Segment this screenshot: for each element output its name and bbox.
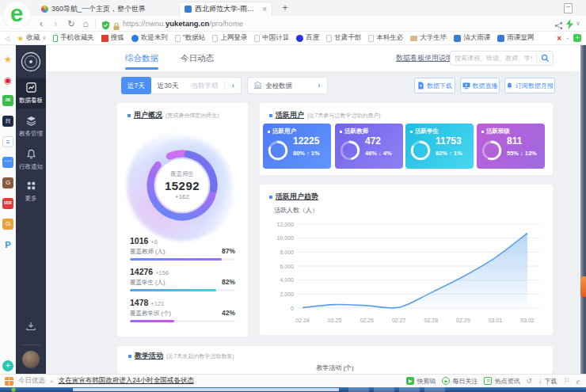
bookmark-mobile-favorites[interactable]: 手机收藏夹	[53, 33, 94, 43]
gift-icon[interactable]	[5, 377, 13, 386]
accelerator-bolt-icon[interactable]	[566, 18, 573, 32]
stat-covered-students: 14276+156 覆盖学生 (人)82%	[130, 267, 235, 291]
active-classes-tile: 活跃班级 811 55%↓13%	[477, 124, 545, 169]
minimize-icon[interactable]: -	[566, 34, 569, 42]
favorites-star-icon[interactable]: ★	[2, 54, 13, 65]
subscribe-monthly-report-button[interactable]: 订阅数据月报	[504, 78, 555, 93]
page-icon	[254, 35, 260, 42]
bookmark-china-computing[interactable]: 中国计算	[254, 33, 289, 43]
bookmark-login[interactable]: 上网登录	[212, 33, 247, 43]
taskbar-app-button[interactable]	[348, 387, 369, 392]
tab-today-activity[interactable]: 今日动态	[181, 45, 214, 71]
donut-label: 覆盖师生	[170, 170, 194, 178]
section-title-active-users: 活跃用户 (近7天参与过教学活动的用户)	[269, 110, 381, 120]
daily-follow-tool[interactable]: ▶每日关注	[442, 377, 478, 386]
svg-text:02.27: 02.27	[392, 318, 406, 323]
new-tab-button[interactable]: +	[279, 2, 291, 14]
add-app-icon[interactable]: +	[2, 360, 13, 371]
chevron-right-icon[interactable]: ›	[225, 82, 241, 89]
bookmark-baidu[interactable]: 百度	[296, 33, 319, 43]
dashboard-help-link[interactable]: 数据看板使用说明	[396, 45, 453, 71]
tile-bullet	[268, 131, 270, 133]
page-icon	[326, 35, 332, 42]
taskbar-app-button[interactable]	[424, 387, 445, 392]
download-arrow-icon: ↓	[538, 377, 542, 385]
browser-tab-bar: e 360导航_一个主页，整个世界 西北师范大学-雨课堂 × +	[0, 0, 586, 16]
section-title-trend: 活跃用户趋势	[269, 192, 318, 202]
search-icon[interactable]	[537, 54, 553, 63]
yuketang-icon	[497, 35, 504, 42]
daily-pick-label[interactable]: 今日优选	[18, 376, 45, 386]
chevron-right-icon[interactable]: ›	[311, 82, 327, 89]
data-live-button[interactable]: 数据直播	[460, 78, 500, 93]
chat-app-icon[interactable]: ⋯	[2, 157, 13, 168]
forward-icon[interactable]: ›	[49, 16, 62, 32]
game-app-icon-2[interactable]: G	[2, 219, 13, 230]
hot-news-tool[interactable]: ≡热点资讯	[484, 377, 519, 386]
bookmark-data-site[interactable]: "数据站	[175, 33, 206, 43]
downloads-button[interactable]: ↓下载	[538, 377, 557, 386]
progress-fill	[130, 320, 174, 322]
floating-widget-icon[interactable]	[580, 276, 586, 297]
home-icon[interactable]: ⌂	[79, 16, 92, 32]
start-button[interactable]	[11, 387, 16, 392]
data-download-button[interactable]: 数据下载	[414, 78, 455, 93]
extension-icon[interactable]: +	[573, 34, 581, 42]
search-input[interactable]	[451, 55, 536, 62]
sidebar-item-dashboard[interactable]: 数据看板	[16, 78, 46, 108]
browser-tab-yuketang[interactable]: 西北师范大学-雨课堂 ×	[179, 2, 272, 16]
progress-track	[130, 320, 235, 322]
browser-side-toolbar: ★ ◉ ✉ 日 ≡ ⋯ G HDR G P +	[0, 45, 16, 374]
list-icon: ≡	[484, 377, 492, 385]
sidebar-item-more[interactable]: 更多	[16, 177, 46, 207]
bookmarks-collapse-icon[interactable]: ◁	[5, 35, 10, 42]
tab-close-icon[interactable]: ×	[262, 5, 267, 13]
bookmark-tsinghua-rain[interactable]: 清大雨课	[454, 33, 490, 43]
svg-text:02.24: 02.24	[295, 318, 310, 323]
tile-bullet	[481, 131, 484, 133]
ie-mode-icon[interactable]: e	[576, 377, 580, 386]
taskbar-app-button[interactable]	[399, 387, 420, 392]
bookmark-gansu[interactable]: 甘肃干部	[326, 33, 361, 43]
zhihu-daily-icon[interactable]: 日	[2, 116, 13, 127]
game-app-icon-1[interactable]: G	[2, 177, 13, 188]
bookmark-yuketang-web[interactable]: 雨课堂网	[497, 33, 534, 43]
section-title-user-overview: 用户概况 (完成身份绑定的师生)	[127, 110, 219, 120]
history-icon[interactable]: ↺	[526, 377, 532, 385]
hdr-app-icon[interactable]: HDR	[2, 198, 13, 209]
filter-30days[interactable]: 近30天	[151, 78, 185, 93]
news-ticker-link[interactable]: 文在寅宣布韩国政府进入24小时全国戒备状态	[59, 376, 194, 386]
reload-icon[interactable]: ↻	[65, 16, 78, 32]
user-avatar[interactable]	[22, 351, 40, 368]
toolbar-chevron-icon[interactable]: ∨	[576, 16, 580, 32]
mail-app-icon[interactable]: ✉	[2, 95, 13, 106]
back-icon[interactable]: ‹	[35, 16, 48, 32]
p-app-icon[interactable]: P	[2, 239, 13, 250]
active-users-trend-card: 活跃用户趋势 活跃人数（人） 02,0004,0006,0008,00010,0…	[260, 185, 553, 335]
notes-app-icon[interactable]: ≡	[2, 136, 13, 147]
bookmark-undergrad[interactable]: 本科生必	[368, 33, 403, 43]
browser-tab-360-nav[interactable]: 360导航_一个主页，整个世界	[36, 2, 176, 16]
bookmark-sohu[interactable]: 搜狐	[101, 33, 124, 43]
scope-filter-group[interactable]: 全校数据 ›	[247, 77, 328, 94]
close-icon[interactable]: ×	[557, 34, 561, 43]
sidebar-download-icon[interactable]	[16, 321, 46, 335]
filter-semester[interactable]: 当前学期	[185, 78, 224, 93]
bookmark-graduate[interactable]: 大学生毕	[410, 33, 447, 43]
flag-icon[interactable]: ⚐	[563, 377, 569, 385]
weibo-icon[interactable]: ◉	[2, 74, 13, 86]
taskbar-app-button[interactable]	[374, 387, 394, 392]
filter-7days[interactable]: 近7天	[121, 77, 151, 94]
snapshot-icon[interactable]	[564, 3, 573, 13]
address-bar[interactable]: https://nwnu.yuketang.cn/pro/home	[123, 16, 243, 32]
bookmark-welcome[interactable]: 欢迎来到	[131, 33, 168, 43]
bookmark-favorites[interactable]: ★收藏∨	[17, 33, 46, 43]
sidebar-item-academic-admin[interactable]: 教务管理	[16, 112, 46, 142]
browser-360-logo[interactable]: e	[3, 2, 30, 29]
svg-text:02.28: 02.28	[424, 318, 439, 323]
news-close-icon[interactable]: ×	[50, 378, 54, 385]
page-icon	[212, 35, 218, 42]
quick-clip-tool[interactable]: ▶快剪辑	[406, 377, 436, 386]
sidebar-item-notices[interactable]: 行政通知	[16, 145, 46, 175]
trend-arrow-icon: ↓	[379, 150, 382, 157]
